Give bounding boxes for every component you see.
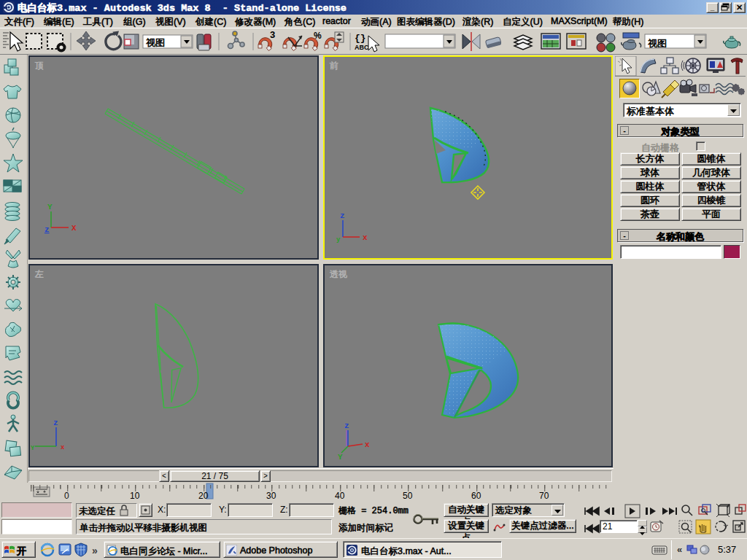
- svg-text:z: z: [344, 421, 349, 430]
- svg-text:x: x: [365, 440, 370, 449]
- svg-text:X: X: [71, 224, 77, 233]
- svg-text:z: z: [53, 419, 58, 427]
- svg-text:»: »: [92, 545, 98, 556]
- svg-text:x: x: [363, 233, 368, 242]
- svg-text:z: z: [340, 211, 345, 220]
- svg-text:{}: {}: [355, 33, 366, 44]
- svg-text:Y: Y: [338, 453, 343, 462]
- svg-text:x: x: [61, 444, 65, 451]
- svg-text:z: z: [44, 225, 50, 234]
- svg-text:ABC: ABC: [355, 44, 369, 51]
- svg-text:Y: Y: [47, 203, 53, 211]
- svg-text:Y: Y: [31, 445, 35, 452]
- svg-text:%: %: [314, 31, 322, 41]
- svg-text:3: 3: [270, 29, 275, 40]
- svg-text:y: y: [336, 236, 341, 244]
